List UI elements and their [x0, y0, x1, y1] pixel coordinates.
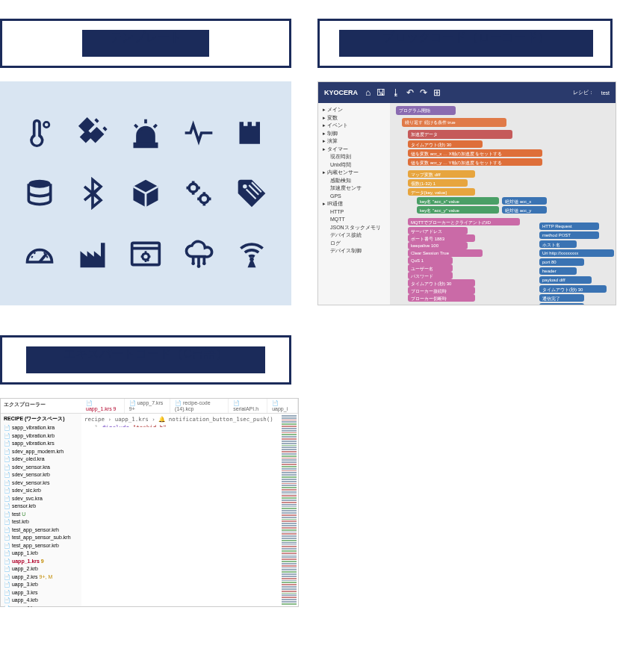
tree-item[interactable]: ▸ イベント [323, 122, 385, 130]
code-block[interactable]: 繰り返す 続ける条件 true [402, 118, 506, 127]
code-block[interactable]: タイムアウト(秒) 30 [408, 279, 475, 287]
code-block[interactable]: 加速度データ [408, 130, 512, 139]
export-icon[interactable]: ⭳ [391, 87, 400, 98]
tree-item[interactable]: ▸ IR通信 [323, 200, 385, 208]
code-block[interactable]: method POST [539, 231, 599, 239]
breadcrumb[interactable]: recipe › uapp_1.krs › 🔔 notification_but… [81, 415, 280, 424]
file-item[interactable]: 📄 uapp_1.krb [4, 550, 78, 558]
package-icon[interactable] [129, 177, 162, 210]
tree-item[interactable]: ログ [330, 240, 385, 248]
file-item[interactable]: 📄 uapp_3.krs [4, 589, 78, 597]
code-block[interactable]: 通信完了 [539, 294, 584, 302]
file-item[interactable]: 📄 test_app_sensor.krb [4, 542, 78, 550]
bluetooth-icon[interactable] [76, 177, 109, 210]
code-area[interactable]: recipe › uapp_1.krs › 🔔 notification_but… [81, 414, 280, 427]
code-line[interactable]: 1#include "taskid.h" [81, 424, 280, 427]
file-item[interactable]: 📄 sapp_vibration.krb [4, 432, 78, 441]
wifi-beacon-icon[interactable] [235, 237, 268, 270]
siren-icon[interactable] [129, 116, 162, 149]
file-item[interactable]: 📄 sdev_svc.kra [4, 495, 78, 503]
code-block[interactable]: 値を変数 acc_x … X軸の加速度 をセットする [408, 149, 542, 157]
code-block[interactable]: タイムアウト(秒) 30 [408, 140, 483, 148]
file-item[interactable]: 📄 sdev_sensor.krb [4, 471, 78, 479]
tree-item[interactable]: JSONスタックメモリ [330, 224, 385, 232]
code-block[interactable]: key名 "acc_x" value [417, 197, 499, 205]
tree-item[interactable]: ▸ タイマー [323, 146, 385, 154]
satellite-icon[interactable] [76, 116, 109, 149]
code-block[interactable]: データ[key, value] [408, 188, 475, 196]
tree-item[interactable]: デバイス接続 [330, 231, 385, 240]
code-block[interactable]: サーバアドレス [408, 227, 468, 234]
code-block[interactable]: マップ変数 diff [408, 170, 475, 178]
file-item[interactable]: 📄 sapp_vibration.krs [4, 440, 78, 448]
file-item[interactable]: 📄 test U [4, 511, 78, 519]
code-block[interactable]: ユーザー名 [408, 264, 453, 272]
tree-item[interactable]: ▸ 制御 [323, 130, 385, 138]
gauge-icon[interactable] [23, 237, 56, 270]
code-block[interactable]: プログラム開始 [396, 106, 456, 115]
tree-item[interactable]: GPS [330, 193, 385, 201]
block-canvas[interactable]: プログラム開始繰り返す 続ける条件 true加速度データタイムアウト(秒) 30… [390, 103, 616, 305]
file-item[interactable]: 📄 uapp_4.krb [4, 597, 78, 605]
tree-item[interactable]: ▸ 演算 [323, 137, 385, 146]
app-settings-icon[interactable] [129, 237, 162, 270]
pulse-icon[interactable] [182, 116, 215, 149]
code-block[interactable]: 値を変数 acc_y … Y軸の加速度 をセットする [408, 158, 542, 166]
file-item[interactable]: 📄 sdev_app_modem.krh [4, 448, 78, 456]
tree-item[interactable]: ▸ メイン [323, 106, 385, 114]
file-item[interactable]: 📄 test_app_sensor_sub.krh [4, 534, 78, 542]
tree-item[interactable]: 加速度センサ [330, 184, 385, 193]
editor-tabs[interactable]: 📄 uapp_1.krs 9📄 uapp_7.krs 9+📄 recipe-co… [81, 399, 298, 414]
code-block[interactable]: 絶対値 acc_x [502, 197, 547, 205]
file-item[interactable]: 📄 test_app_sensor.krh [4, 526, 78, 535]
editor-tab[interactable]: 📄 uapp_i [267, 399, 298, 413]
code-block[interactable]: パスワード [408, 272, 453, 279]
editor-tab[interactable]: 📄 uapp_7.krs 9+ [125, 399, 170, 413]
file-item[interactable]: 📄 sapp_vibration.kra [4, 424, 78, 432]
file-item[interactable]: 📄 sensor.krb [4, 503, 78, 511]
file-item[interactable]: 📄 uapp_1.krs 9 [4, 558, 78, 566]
file-item[interactable]: 📄 uapp_4.krs [4, 605, 78, 608]
tree-item[interactable]: MQTT [330, 216, 385, 224]
tree-item[interactable]: HTTP [330, 208, 385, 217]
code-block[interactable]: Clear Session True [408, 249, 483, 257]
code-block[interactable]: QoS 1 [408, 257, 453, 264]
tree-item[interactable]: Unix時間 [330, 161, 385, 169]
code-block[interactable]: Uri http://xxxxxxxx [539, 249, 614, 257]
editor-tab[interactable]: 📄 recipe-code (14).kcp [170, 399, 229, 413]
redo-icon[interactable]: ↷ [420, 87, 427, 98]
tree-item[interactable]: 感動検知 [330, 177, 385, 185]
code-block[interactable]: 個数(1-32) 1 [408, 179, 468, 187]
file-explorer[interactable]: RECIPE (ワークスペース) 📄 sapp_vibration.kra📄 s… [1, 414, 81, 606]
home-icon[interactable]: ⌂ [365, 87, 371, 98]
code-block[interactable]: 通信失敗 [539, 303, 584, 305]
editor-tab[interactable]: 📄 uapp_1.krs 9 [81, 399, 125, 413]
code-block[interactable]: タイムアウト(秒) 30 [539, 285, 607, 293]
tree-item[interactable]: ▸ 内蔵センサー [323, 169, 385, 177]
code-block[interactable]: payload diff [539, 276, 592, 284]
tag-icon[interactable] [235, 177, 268, 210]
file-item[interactable]: 📄 test.krb [4, 518, 78, 526]
code-block[interactable]: key名 "acc_y" value [417, 206, 499, 214]
code-block[interactable]: keepalive 100 [408, 242, 468, 249]
code-block[interactable]: ホスト名 [539, 240, 577, 248]
code-block[interactable]: MQTTでブローカーとクライアントのID [408, 218, 520, 225]
code-block[interactable]: port 80 [539, 258, 584, 266]
code-block[interactable]: 絶対値 acc_y [502, 206, 547, 214]
block-category-tree[interactable]: ▸ メイン▸ 変数▸ イベント▸ 制御▸ 演算▸ タイマー現在時刻Unix時間▸… [318, 103, 390, 305]
code-block[interactable]: ブローカー接続時 [408, 287, 475, 294]
file-item[interactable]: 📄 sdev_oled.kra [4, 455, 78, 464]
fortress-icon[interactable] [235, 116, 268, 149]
file-item[interactable]: 📄 uapp_2.krs 9+, M [4, 573, 78, 582]
file-item[interactable]: 📄 sdev_sic.krb [4, 487, 78, 495]
editor-tab[interactable]: 📄 serialAPI.h [229, 399, 267, 413]
factory-icon[interactable] [76, 237, 109, 270]
tree-item[interactable]: 現在時刻 [330, 153, 385, 161]
thermometer-icon[interactable] [23, 116, 56, 149]
minimap[interactable] [280, 414, 298, 606]
file-item[interactable]: 📄 uapp_3.krb [4, 581, 78, 589]
database-icon[interactable] [23, 177, 56, 210]
code-block[interactable]: header [539, 267, 577, 275]
code-block[interactable]: HTTP Request [539, 223, 599, 230]
file-item[interactable]: 📄 sdev_sensor.kra [4, 464, 78, 472]
